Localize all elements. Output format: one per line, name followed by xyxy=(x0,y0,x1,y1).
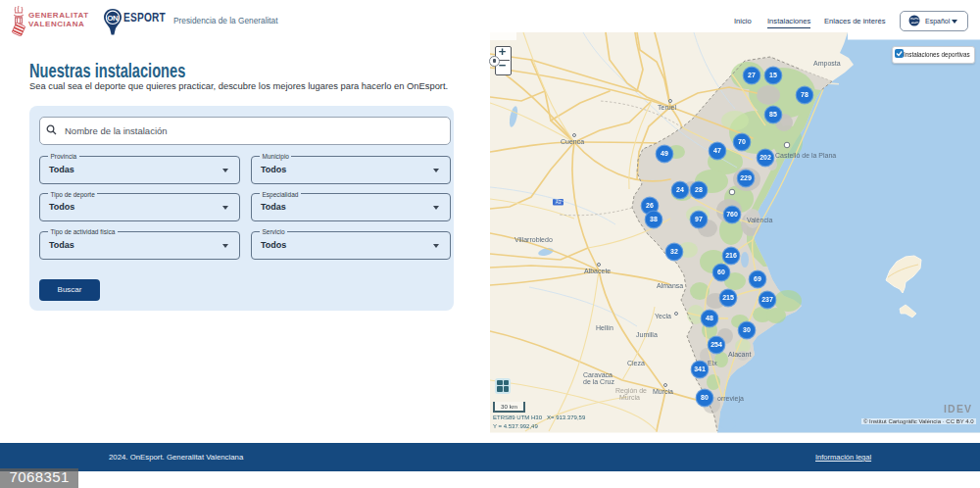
svg-text:Alacant: Alacant xyxy=(728,351,751,358)
svg-text:229: 229 xyxy=(740,174,752,181)
svg-text:Almansa: Almansa xyxy=(657,282,683,289)
svg-text:216: 216 xyxy=(725,252,737,259)
svg-text:24: 24 xyxy=(676,186,684,193)
svg-text:85: 85 xyxy=(769,111,777,118)
svg-text:215: 215 xyxy=(722,294,734,301)
svg-text:Cieza: Cieza xyxy=(627,360,645,366)
svg-text:48: 48 xyxy=(706,315,713,321)
svg-text:Hellín: Hellín xyxy=(596,324,613,331)
svg-text:Albacete: Albacete xyxy=(584,268,611,274)
svg-text:32: 32 xyxy=(670,248,678,255)
svg-text:Villarrobledo: Villarrobledo xyxy=(514,236,553,243)
svg-text:Yecla: Yecla xyxy=(655,313,671,319)
svg-text:47: 47 xyxy=(713,147,721,154)
svg-text:70: 70 xyxy=(738,138,746,145)
svg-text:49: 49 xyxy=(661,150,668,157)
svg-text:69: 69 xyxy=(754,275,761,282)
svg-text:78: 78 xyxy=(801,91,808,98)
svg-text:Amposta: Amposta xyxy=(813,60,841,68)
svg-text:Cuenca: Cuenca xyxy=(561,138,584,145)
svg-text:28: 28 xyxy=(695,186,703,193)
svg-text:A3: A3 xyxy=(556,200,562,205)
svg-text:97: 97 xyxy=(695,216,703,222)
svg-text:30: 30 xyxy=(743,326,751,333)
svg-text:254: 254 xyxy=(710,341,722,348)
svg-text:Elx: Elx xyxy=(708,360,717,366)
svg-text:80: 80 xyxy=(701,394,709,401)
svg-text:38: 38 xyxy=(650,216,658,222)
svg-text:Murcia: Murcia xyxy=(653,388,673,395)
svg-text:60: 60 xyxy=(717,268,725,275)
svg-text:202: 202 xyxy=(760,154,771,161)
svg-text:Caravaca: Caravaca xyxy=(583,371,612,378)
svg-text:de la Cruz: de la Cruz xyxy=(583,378,614,385)
svg-text:orrevieja: orrevieja xyxy=(717,395,744,403)
svg-text:237: 237 xyxy=(761,296,773,303)
svg-text:Jumilla: Jumilla xyxy=(636,331,658,338)
svg-text:341: 341 xyxy=(694,366,706,372)
svg-text:València: València xyxy=(747,217,772,223)
svg-text:Teruel: Teruel xyxy=(658,104,677,111)
svg-text:Murcia: Murcia xyxy=(619,394,640,401)
svg-text:Castelló de la Plana: Castelló de la Plana xyxy=(775,152,836,159)
svg-text:27: 27 xyxy=(748,72,756,78)
svg-text:26: 26 xyxy=(646,202,654,209)
svg-text:15: 15 xyxy=(769,72,777,78)
svg-text:760: 760 xyxy=(726,211,738,218)
svg-text:ON: ON xyxy=(107,14,119,23)
